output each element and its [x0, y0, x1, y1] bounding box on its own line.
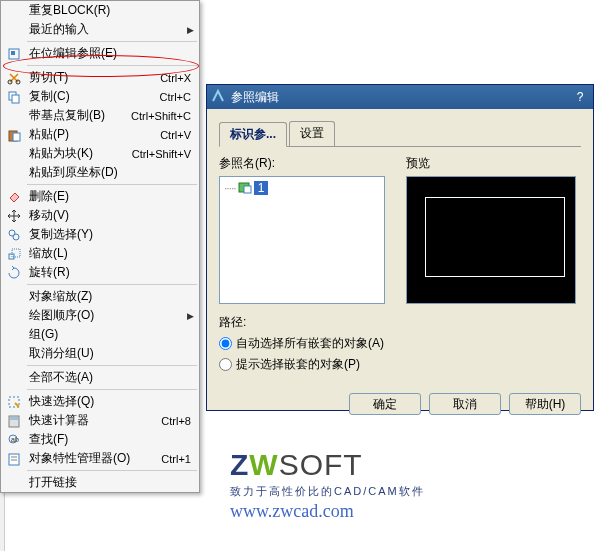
- menu-label: 粘贴到原坐标(D): [29, 164, 195, 181]
- radio-input[interactable]: [219, 337, 232, 350]
- menu-move[interactable]: 移动(V): [1, 206, 199, 225]
- menu-label: 组(G): [29, 326, 195, 343]
- preview-canvas: [406, 176, 576, 304]
- menu-label: 复制(C): [29, 88, 160, 105]
- menu-separator: [27, 284, 197, 285]
- menu-draw-order[interactable]: 绘图顺序(O)▶: [1, 306, 199, 325]
- radio-prompt-nested[interactable]: 提示选择嵌套的对象(P): [219, 356, 581, 373]
- edit-ref-icon: [5, 46, 23, 62]
- menu-shortcut: Ctrl+Shift+C: [131, 110, 191, 122]
- blank-icon: [5, 3, 23, 19]
- radio-input[interactable]: [219, 358, 232, 371]
- menu-open-link[interactable]: 打开链接: [1, 473, 199, 492]
- menu-recent-input[interactable]: 最近的输入▶: [1, 20, 199, 39]
- tab-identify-ref[interactable]: 标识参...: [219, 122, 287, 147]
- menu-shortcut: Ctrl+8: [161, 415, 191, 427]
- menu-label: 对象特性管理器(O): [29, 450, 161, 467]
- tab-settings[interactable]: 设置: [289, 121, 335, 146]
- menu-paste[interactable]: 粘贴(P)Ctrl+V: [1, 125, 199, 144]
- menu-deselect-all[interactable]: 全部不选(A): [1, 368, 199, 387]
- menu-scale[interactable]: 缩放(L): [1, 244, 199, 263]
- button-label: 取消: [453, 397, 477, 411]
- menu-separator: [27, 389, 197, 390]
- dialog-titlebar[interactable]: 参照编辑 ?: [207, 85, 593, 109]
- logo-tagline: 致力于高性价比的CAD/CAM软件: [230, 484, 425, 499]
- zwsoft-logo: ZWSOFT 致力于高性价比的CAD/CAM软件 www.zwcad.com: [230, 448, 425, 522]
- move-icon: [5, 208, 23, 224]
- menu-separator: [27, 365, 197, 366]
- blank-icon: [5, 22, 23, 38]
- erase-icon: [5, 189, 23, 205]
- menu-find[interactable]: ab查找(F): [1, 430, 199, 449]
- tree-connector-icon: ·····: [224, 181, 236, 195]
- blank-icon: [5, 308, 23, 324]
- menu-erase[interactable]: 删除(E): [1, 187, 199, 206]
- radio-label: 自动选择所有嵌套的对象(A): [236, 335, 384, 352]
- menu-properties[interactable]: 对象特性管理器(O)Ctrl+1: [1, 449, 199, 468]
- qselect-icon: [5, 394, 23, 410]
- cut-icon: [5, 70, 23, 86]
- menu-label: 粘贴为块(K): [29, 145, 132, 162]
- svg-rect-11: [12, 249, 20, 257]
- menu-label: 快速选择(Q): [29, 393, 195, 410]
- blank-icon: [5, 475, 23, 491]
- tab-label: 设置: [300, 126, 324, 140]
- cancel-button[interactable]: 取消: [429, 393, 501, 415]
- menu-paste-block[interactable]: 粘贴为块(K)Ctrl+Shift+V: [1, 144, 199, 163]
- copy-icon: [5, 89, 23, 105]
- svg-point-9: [13, 234, 19, 240]
- menu-label: 剪切(T): [29, 69, 160, 86]
- dialog-tabs: 标识参... 设置: [219, 121, 581, 147]
- menu-repeat-block[interactable]: 重复BLOCK(R): [1, 1, 199, 20]
- blank-icon: [5, 146, 23, 162]
- menu-label: 重复BLOCK(R): [29, 2, 195, 19]
- blank-icon: [5, 327, 23, 343]
- menu-label: 旋转(R): [29, 264, 195, 281]
- menu-label: 移动(V): [29, 207, 195, 224]
- menu-label: 取消分组(U): [29, 345, 195, 362]
- menu-separator: [27, 41, 197, 42]
- logo-wordmark: ZWSOFT: [230, 448, 425, 482]
- menu-copy-basepoint[interactable]: 带基点复制(B)Ctrl+Shift+C: [1, 106, 199, 125]
- menu-rotate[interactable]: 旋转(R): [1, 263, 199, 282]
- menu-quickcalc[interactable]: 快速计算器Ctrl+8: [1, 411, 199, 430]
- submenu-arrow-icon: ▶: [187, 311, 195, 321]
- ok-button[interactable]: 确定: [349, 393, 421, 415]
- svg-rect-14: [10, 417, 18, 420]
- menu-shortcut: Ctrl+X: [160, 72, 191, 84]
- menu-paste-origcoord[interactable]: 粘贴到原坐标(D): [1, 163, 199, 182]
- menu-ungroup[interactable]: 取消分组(U): [1, 344, 199, 363]
- tree-item[interactable]: ····· 1: [224, 181, 380, 195]
- logo-url[interactable]: www.zwcad.com: [230, 501, 425, 522]
- menu-edit-ref-inplace[interactable]: 在位编辑参照(E): [1, 44, 199, 63]
- blank-icon: [5, 165, 23, 181]
- menu-label: 粘贴(P): [29, 126, 160, 143]
- menu-copy[interactable]: 复制(C)Ctrl+C: [1, 87, 199, 106]
- radio-auto-nested[interactable]: 自动选择所有嵌套的对象(A): [219, 335, 581, 352]
- copysel-icon: [5, 227, 23, 243]
- menu-label: 缩放(L): [29, 245, 195, 262]
- menu-zoom-object[interactable]: 对象缩放(Z): [1, 287, 199, 306]
- menu-label: 对象缩放(Z): [29, 288, 195, 305]
- menu-label: 绘图顺序(O): [29, 307, 187, 324]
- dialog-button-row: 确定 取消 帮助(H): [207, 385, 593, 423]
- refname-tree[interactable]: ····· 1: [219, 176, 385, 304]
- menu-copy-selection[interactable]: 复制选择(Y): [1, 225, 199, 244]
- path-label: 路径:: [219, 314, 581, 331]
- tree-item-label: 1: [254, 181, 269, 195]
- svg-rect-1: [11, 51, 15, 55]
- radio-label: 提示选择嵌套的对象(P): [236, 356, 360, 373]
- menu-separator: [27, 470, 197, 471]
- menu-label: 在位编辑参照(E): [29, 45, 195, 62]
- calc-icon: [5, 413, 23, 429]
- block-icon: [238, 182, 252, 194]
- find-icon: ab: [5, 432, 23, 448]
- help-button[interactable]: 帮助(H): [509, 393, 581, 415]
- svg-rect-5: [12, 95, 19, 103]
- dialog-help-button[interactable]: ?: [571, 89, 589, 105]
- menu-cut[interactable]: 剪切(T)Ctrl+X: [1, 68, 199, 87]
- paste-icon: [5, 127, 23, 143]
- menu-label: 查找(F): [29, 431, 195, 448]
- menu-group[interactable]: 组(G): [1, 325, 199, 344]
- menu-quick-select[interactable]: 快速选择(Q): [1, 392, 199, 411]
